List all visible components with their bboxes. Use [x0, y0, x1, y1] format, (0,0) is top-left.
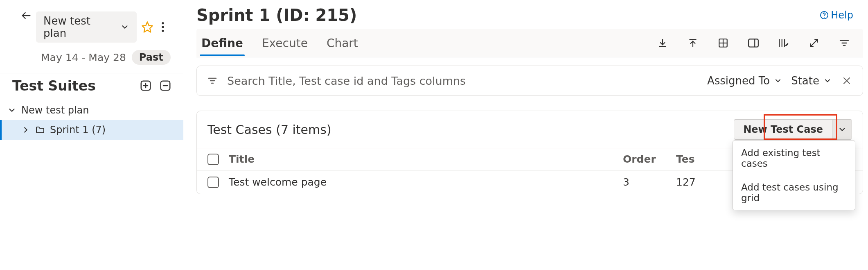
- status-badge: Past: [132, 50, 171, 65]
- tab-define[interactable]: Define: [200, 30, 245, 56]
- chevron-down-icon: [7, 106, 16, 115]
- menu-add-existing[interactable]: Add existing test cases: [733, 141, 855, 175]
- new-test-case-menu: Add existing test cases Add test cases u…: [733, 141, 855, 210]
- assigned-to-filter[interactable]: Assigned To: [707, 75, 782, 87]
- state-label: State: [791, 75, 819, 87]
- svg-point-11: [824, 17, 825, 18]
- svg-rect-19: [749, 39, 758, 47]
- column-title[interactable]: Title: [229, 153, 623, 165]
- row-title: Test welcome page: [229, 176, 623, 188]
- new-test-case-split-button: New Test Case: [734, 119, 852, 140]
- fullscreen-icon[interactable]: [807, 36, 821, 50]
- add-suite-button[interactable]: [138, 77, 154, 94]
- date-range-label: May 14 - May 28: [41, 52, 126, 64]
- back-arrow-icon[interactable]: [19, 8, 34, 23]
- suites-header: Test Suites: [0, 73, 183, 98]
- suites-title: Test Suites: [12, 78, 134, 94]
- svg-line-25: [810, 43, 814, 47]
- menu-add-grid[interactable]: Add test cases using grid: [733, 175, 855, 210]
- assigned-to-label: Assigned To: [707, 75, 770, 87]
- side-panel-icon[interactable]: [747, 36, 760, 50]
- help-link[interactable]: Help: [819, 9, 853, 21]
- columns-edit-icon[interactable]: [777, 36, 790, 50]
- filter-bar: Assigned To State: [196, 66, 863, 96]
- tab-bar: Define Execute Chart: [196, 29, 863, 57]
- filter-lines-icon[interactable]: [207, 75, 218, 86]
- export-up-icon[interactable]: [686, 36, 699, 50]
- row-checkbox[interactable]: [207, 177, 219, 188]
- test-cases-box: Test Cases (7 items) New Test Case Add e…: [196, 111, 863, 194]
- column-order[interactable]: Order: [623, 153, 676, 165]
- sidebar: New test plan May 14 - May 28 Past Test …: [0, 0, 183, 270]
- tab-chart[interactable]: Chart: [325, 30, 360, 56]
- page-title: Sprint 1 (ID: 215): [196, 6, 819, 25]
- folder-icon: [35, 125, 45, 135]
- tree-child-label: Sprint 1 (7): [50, 124, 106, 136]
- tree-root-label: New test plan: [21, 104, 89, 116]
- suite-tree: New test plan Sprint 1 (7): [0, 98, 183, 140]
- row-test: 127: [676, 176, 717, 188]
- search-input[interactable]: [227, 75, 698, 87]
- svg-line-24: [814, 39, 818, 43]
- plan-dates: May 14 - May 28 Past: [0, 47, 183, 73]
- column-test[interactable]: Tes: [676, 153, 717, 165]
- test-cases-heading: Test Cases (7 items): [207, 123, 734, 137]
- clear-filter-icon[interactable]: [841, 75, 853, 87]
- svg-point-4: [162, 30, 164, 32]
- new-test-case-dropdown[interactable]: [832, 120, 852, 139]
- filter-funnel-icon[interactable]: [838, 36, 851, 50]
- select-all-checkbox[interactable]: [207, 154, 219, 165]
- new-test-case-button[interactable]: New Test Case: [734, 120, 832, 139]
- state-filter[interactable]: State: [791, 75, 832, 87]
- grid-view-icon[interactable]: [717, 36, 730, 50]
- collapse-suite-button[interactable]: [157, 77, 174, 94]
- tree-root-item[interactable]: New test plan: [0, 100, 183, 120]
- tree-child-item[interactable]: Sprint 1 (7): [0, 120, 183, 140]
- row-order: 3: [623, 176, 676, 188]
- help-label: Help: [831, 9, 853, 21]
- main-pane: Sprint 1 (ID: 215) Help Define Execute C…: [183, 0, 868, 270]
- tab-execute[interactable]: Execute: [260, 30, 309, 56]
- svg-point-3: [162, 26, 164, 28]
- help-circle-icon: [819, 10, 829, 20]
- export-down-icon[interactable]: [656, 36, 669, 50]
- chevron-right-icon: [21, 125, 30, 134]
